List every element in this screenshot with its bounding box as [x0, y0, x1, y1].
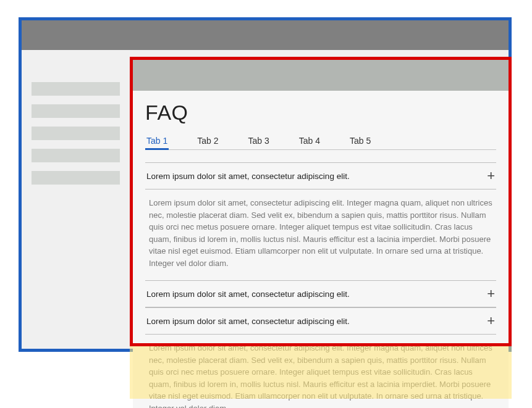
tab-1[interactable]: Tab 1 [145, 133, 169, 149]
accordion-header[interactable]: Lorem ipsum dolor sit amet, consectetur … [145, 281, 496, 307]
accordion-title: Lorem ipsum dolor sit amet, consectetur … [146, 317, 350, 326]
content-inner: FAQ Tab 1 Tab 2 Tab 3 Tab 4 Tab 5 Lorem … [133, 91, 509, 408]
sidebar-item[interactable] [32, 149, 120, 162]
accordion-item: Lorem ipsum dolor sit amet, consectetur … [145, 162, 496, 280]
accordion-header[interactable]: Lorem ipsum dolor sit amet, consectetur … [145, 163, 496, 189]
accordion-title: Lorem ipsum dolor sit amet, consectetur … [146, 172, 350, 181]
tab-2[interactable]: Tab 2 [196, 133, 219, 149]
accordion-header[interactable]: Lorem ipsum dolor sit amet, consectetur … [145, 308, 496, 335]
tab-3[interactable]: Tab 3 [247, 133, 271, 149]
sidebar-item[interactable] [32, 171, 120, 185]
expand-icon: + [487, 169, 495, 183]
tab-5[interactable]: Tab 5 [348, 133, 372, 149]
accordion-body: Lorem ipsum dolor sit amet, consectetur … [145, 189, 496, 280]
window-title-bar [22, 20, 509, 50]
expand-icon: + [487, 287, 495, 301]
sidebar-item[interactable] [32, 104, 120, 118]
accordion-title: Lorem ipsum dolor sit amet, consectetur … [146, 289, 350, 299]
page-title: FAQ [145, 101, 496, 125]
sidebar-item[interactable] [32, 127, 120, 140]
accordion-item: Lorem ipsum dolor sit amet, consectetur … [145, 307, 496, 408]
content-header-bar [133, 60, 509, 91]
sidebar [22, 50, 130, 349]
expand-icon: + [487, 314, 495, 328]
accordion-body: Lorem ipsum dolor sit amet, consectetur … [145, 335, 496, 408]
tab-4[interactable]: Tab 4 [298, 133, 321, 149]
tabs: Tab 1 Tab 2 Tab 3 Tab 4 Tab 5 [145, 133, 496, 150]
accordion-item: Lorem ipsum dolor sit amet, consectetur … [145, 280, 496, 307]
content-panel: FAQ Tab 1 Tab 2 Tab 3 Tab 4 Tab 5 Lorem … [133, 60, 509, 408]
sidebar-item[interactable] [32, 82, 120, 96]
accordion: Lorem ipsum dolor sit amet, consectetur … [145, 162, 496, 408]
